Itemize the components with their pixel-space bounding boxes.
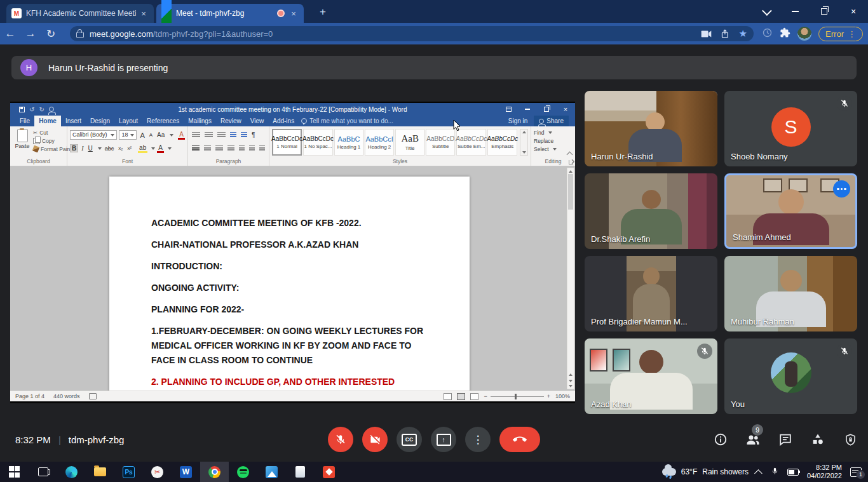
battery-icon[interactable]: [787, 469, 799, 476]
spotify-icon[interactable]: [229, 462, 257, 482]
clear-formatting-button[interactable]: A: [178, 131, 185, 140]
tell-me-box[interactable]: Tell me what you want to do...: [301, 117, 393, 124]
camera-off-button[interactable]: [362, 427, 388, 452]
underline-button[interactable]: U: [87, 145, 94, 152]
present-button[interactable]: ↑: [431, 427, 456, 452]
undo-icon[interactable]: ↺: [29, 106, 34, 113]
participant-tile-you[interactable]: You: [724, 338, 857, 414]
tab-gmail[interactable]: M KFH Academic Committee Meeti ×: [6, 4, 154, 23]
grow-font-button[interactable]: A: [139, 131, 146, 139]
ribbon-display-options-icon[interactable]: [499, 103, 518, 116]
borders-icon[interactable]: [259, 145, 265, 152]
multilevel-list-icon[interactable]: [217, 132, 226, 138]
chat-button[interactable]: [778, 432, 793, 447]
word-restore-button[interactable]: [537, 103, 556, 116]
numbering-icon[interactable]: [205, 132, 213, 138]
document-page[interactable]: ACADEMIC COMMITTEE MEETING OF KFB -2022.…: [109, 177, 470, 391]
select-button[interactable]: Select: [534, 145, 573, 153]
read-mode-icon[interactable]: [444, 393, 452, 400]
replace-button[interactable]: Replace: [534, 137, 573, 145]
font-name-select[interactable]: Calibri (Body): [70, 130, 117, 140]
participant-tile-harun[interactable]: Harun Ur-Rashid: [585, 91, 717, 166]
style-subtitle[interactable]: AaBbCcDSubtitle: [426, 129, 455, 156]
file-explorer-icon[interactable]: [86, 462, 114, 482]
back-button[interactable]: ←: [0, 27, 20, 40]
close-icon[interactable]: ×: [288, 9, 299, 18]
cut-button[interactable]: ✂Cut: [33, 128, 64, 137]
pilcrow-icon[interactable]: ¶: [250, 131, 256, 138]
notepad-icon[interactable]: [286, 462, 315, 482]
font-size-select[interactable]: 18: [119, 130, 137, 140]
tab-design[interactable]: Design: [86, 116, 114, 126]
captions-button[interactable]: CC: [397, 427, 422, 452]
host-controls-button[interactable]: [843, 432, 858, 447]
word-minimize-button[interactable]: [518, 103, 537, 116]
tab-review[interactable]: Review: [216, 116, 246, 126]
photoshop-icon[interactable]: Ps: [114, 462, 143, 482]
red-app-icon[interactable]: [315, 462, 343, 482]
zoom-level[interactable]: 100%: [555, 393, 570, 399]
close-window-button[interactable]: ×: [839, 0, 868, 23]
snipping-tool-icon[interactable]: ✂: [143, 462, 172, 482]
tab-view[interactable]: View: [246, 116, 269, 126]
address-bar[interactable]: meet.google.com/tdm-phvf-zbg?pli=1&authu…: [70, 26, 754, 41]
redo-icon[interactable]: ↻: [39, 106, 44, 113]
style-heading1[interactable]: AaBbCHeading 1: [334, 129, 363, 156]
tab-mailings[interactable]: Mailings: [184, 116, 216, 126]
participant-tile-muhibur[interactable]: Muhibur Rahman: [724, 256, 857, 331]
edge-icon[interactable]: [57, 462, 86, 482]
share-page-icon[interactable]: [721, 29, 730, 39]
align-right-icon[interactable]: [215, 145, 223, 152]
paste-button[interactable]: Paste: [13, 128, 32, 149]
scroll-thumb[interactable]: [568, 174, 573, 210]
tab-home[interactable]: Home: [34, 116, 61, 126]
collapse-ribbon-icon[interactable]: [567, 151, 573, 156]
reload-button[interactable]: ↻: [41, 27, 61, 41]
participant-tile-azad[interactable]: Azad Khan: [585, 338, 717, 414]
share-button[interactable]: Share: [534, 116, 569, 126]
start-button[interactable]: [0, 462, 29, 482]
tab-layout[interactable]: Layout: [114, 116, 142, 126]
tab-meet[interactable]: Meet - tdm-phvf-zbg ×: [156, 4, 304, 23]
word-close-button[interactable]: ×: [556, 103, 575, 116]
format-painter-button[interactable]: Format Painter: [33, 145, 64, 153]
increase-indent-icon[interactable]: [241, 132, 247, 138]
participant-tile-shakib[interactable]: Dr.Shakib Arefin: [585, 173, 717, 249]
change-case-button[interactable]: Aa: [156, 131, 166, 138]
justify-icon[interactable]: [227, 145, 235, 152]
shrink-font-button[interactable]: A: [148, 132, 154, 138]
mic-muted-button[interactable]: [328, 427, 353, 452]
vertical-scrollbar[interactable]: [567, 168, 574, 389]
style-no-spacing[interactable]: AaBbCcDc1 No Spac...: [303, 129, 333, 156]
error-button[interactable]: Error⋮: [818, 27, 863, 41]
participants-button[interactable]: 9: [745, 432, 761, 447]
style-subtle-emphasis[interactable]: AaBbCcDcSubtle Em...: [456, 129, 486, 156]
restore-button[interactable]: [810, 0, 839, 23]
document-area[interactable]: ACADEMIC COMMITTEE MEETING OF KFB -2022.…: [10, 166, 575, 391]
style-heading2[interactable]: AaBbCcIHeading 2: [365, 129, 394, 156]
photos-icon[interactable]: [257, 462, 286, 482]
history-icon[interactable]: [762, 27, 773, 41]
page-count[interactable]: Page 1 of 4: [15, 393, 44, 399]
chrome-icon[interactable]: [200, 462, 229, 482]
highlight-button[interactable]: ab: [138, 144, 147, 153]
zoom-slider[interactable]: −+: [484, 393, 550, 399]
minimize-button[interactable]: [780, 0, 810, 23]
participant-tile-shoeb[interactable]: S Shoeb Nomany: [724, 91, 857, 166]
meeting-details-button[interactable]: [713, 432, 728, 447]
copy-button[interactable]: Copy: [33, 137, 64, 145]
proofing-icon[interactable]: [89, 393, 97, 399]
more-options-button[interactable]: ⋮: [465, 427, 491, 452]
word-icon[interactable]: W: [172, 462, 200, 482]
profile-avatar[interactable]: [797, 27, 811, 41]
forward-button[interactable]: →: [20, 27, 41, 40]
system-clock[interactable]: 8:32 PM 04/02/2022: [807, 464, 842, 480]
find-button[interactable]: Find: [534, 128, 573, 137]
subscript-button[interactable]: x₂: [117, 145, 124, 151]
align-center-icon[interactable]: [204, 145, 212, 152]
tab-references[interactable]: References: [142, 116, 184, 126]
shading-icon[interactable]: [249, 145, 255, 152]
word-count[interactable]: 440 words: [53, 393, 80, 399]
task-view-button[interactable]: [29, 462, 57, 482]
show-hidden-icons-button[interactable]: [754, 469, 763, 478]
